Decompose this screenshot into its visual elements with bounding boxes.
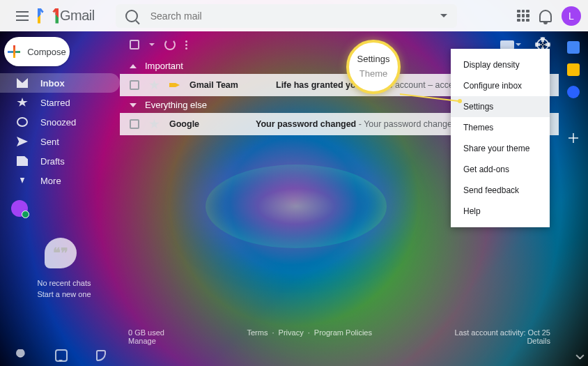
logo-text: Gmail [60, 8, 95, 24]
search-icon [125, 10, 138, 22]
sidebar: Compose Inbox Starred Snoozed Sent Draft… [0, 31, 120, 366]
sidebar-item-label: Sent [40, 137, 59, 147]
sidebar-item-label: More [40, 176, 61, 186]
gmail-logo[interactable]: Gmail [38, 8, 95, 24]
mail-sender: Gmail Team [189, 80, 266, 90]
search-options-dropdown-icon[interactable] [440, 14, 447, 17]
star-icon[interactable] [149, 80, 160, 91]
sidebar-item-label: Drafts [40, 156, 65, 167]
calendar-icon[interactable] [567, 41, 580, 54]
menu-item-share-theme[interactable]: Share your theme [451, 138, 550, 159]
policies-link[interactable]: Program Policies [314, 328, 372, 337]
header-bar: Gmail L [0, 0, 588, 31]
refresh-icon[interactable] [164, 39, 176, 50]
callout-text-1: Settings [357, 52, 390, 67]
section-label: Everything else [145, 100, 207, 110]
compose-plus-icon [8, 45, 20, 58]
inbox-icon [17, 78, 28, 88]
main-menu-icon[interactable] [14, 8, 31, 24]
last-activity: Last account activity: Oct 25 [454, 328, 550, 337]
compose-label: Compose [27, 47, 66, 57]
sent-icon [17, 137, 28, 146]
compose-button[interactable]: Compose [4, 37, 70, 66]
mail-sender: Google [169, 119, 246, 129]
menu-item-configure-inbox[interactable]: Configure inbox [451, 75, 550, 96]
google-apps-icon[interactable] [517, 10, 529, 22]
sidebar-item-label: Snoozed [40, 117, 76, 128]
annotation-callout: Settings Theme [346, 40, 401, 94]
activity-details-link[interactable]: Details [454, 337, 550, 345]
mail-subject: Your password changed [256, 119, 356, 129]
notifications-icon[interactable] [539, 10, 552, 22]
sidebar-item-starred[interactable]: Starred [0, 93, 120, 112]
menu-item-help[interactable]: Help [451, 201, 550, 222]
menu-item-get-addons[interactable]: Get add-ons [451, 159, 550, 180]
sidebar-item-label: Inbox [40, 78, 65, 89]
search-bar[interactable] [116, 4, 457, 28]
menu-item-display-density[interactable]: Display density [451, 54, 550, 75]
settings-menu: Display density Configure inbox Settings… [451, 49, 550, 227]
select-all-checkbox[interactable] [130, 40, 139, 49]
search-input[interactable] [150, 10, 428, 22]
storage-manage-link[interactable]: Manage [128, 337, 164, 345]
terms-link[interactable]: Terms [247, 328, 268, 337]
footer: 0 GB used Manage Terms · Privacy · Progr… [128, 328, 550, 345]
chevron-down-icon [17, 178, 28, 183]
collapse-icon [130, 103, 137, 107]
menu-item-themes[interactable]: Themes [451, 117, 550, 138]
select-dropdown-icon[interactable] [149, 43, 155, 46]
gmail-m-icon [38, 8, 59, 24]
star-icon [17, 98, 28, 107]
add-addon-icon[interactable] [567, 132, 580, 144]
row-checkbox[interactable] [130, 119, 139, 129]
draft-icon [17, 156, 28, 166]
menu-item-settings[interactable]: Settings [451, 96, 550, 117]
keep-icon[interactable] [567, 63, 580, 76]
sidebar-item-label: Starred [40, 98, 70, 108]
hangouts-avatar[interactable] [11, 200, 28, 217]
menu-item-send-feedback[interactable]: Send feedback [451, 180, 550, 201]
sidebar-item-sent[interactable]: Sent [0, 132, 120, 151]
row-checkbox[interactable] [130, 80, 139, 90]
callout-text-2: Theme [359, 67, 387, 82]
clock-icon [17, 117, 28, 127]
important-marker-icon[interactable] [169, 80, 180, 91]
scroll-hint-icon [575, 353, 585, 363]
footer-links: Terms · Privacy · Program Policies [245, 328, 374, 345]
account-avatar[interactable]: L [562, 6, 581, 26]
sidebar-item-drafts[interactable]: Drafts [0, 151, 120, 171]
activity-info: Last account activity: Oct 25 Details [454, 328, 550, 345]
svg-point-1 [458, 99, 462, 103]
sidebar-item-inbox[interactable]: Inbox [0, 73, 120, 93]
sidebar-item-snoozed[interactable]: Snoozed [0, 112, 120, 132]
storage-used: 0 GB used [128, 328, 164, 337]
input-tools-icon[interactable] [500, 40, 514, 49]
privacy-link[interactable]: Privacy [279, 328, 304, 337]
tasks-icon[interactable] [567, 86, 580, 98]
star-icon[interactable] [149, 119, 160, 130]
side-panel [559, 31, 588, 366]
collapse-icon [130, 64, 137, 68]
annotation-connector [400, 94, 461, 105]
section-label: Important [145, 61, 183, 71]
more-actions-icon[interactable] [185, 40, 187, 49]
svg-line-0 [400, 94, 458, 101]
sidebar-item-more[interactable]: More [0, 171, 120, 190]
storage-info: 0 GB used Manage [128, 328, 164, 345]
